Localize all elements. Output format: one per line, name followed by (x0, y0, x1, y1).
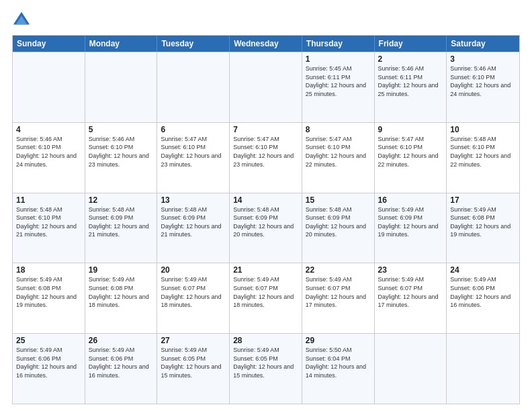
empty-cell (13, 52, 85, 122)
day-cell-15: 15Sunrise: 5:48 AMSunset: 6:09 PMDayligh… (302, 193, 375, 263)
day-cell-23: 23Sunrise: 5:49 AMSunset: 6:07 PMDayligh… (375, 263, 447, 333)
empty-cell (230, 52, 302, 122)
day-cell-10: 10Sunrise: 5:48 AMSunset: 6:10 PMDayligh… (447, 123, 519, 193)
day-cell-20: 20Sunrise: 5:49 AMSunset: 6:07 PMDayligh… (157, 263, 230, 333)
header (12, 11, 520, 30)
day-number: 5 (89, 125, 154, 134)
sun-info: Sunrise: 5:46 AMSunset: 6:10 PMDaylight:… (89, 135, 154, 169)
day-cell-8: 8Sunrise: 5:47 AMSunset: 6:10 PMDaylight… (302, 123, 375, 193)
day-number: 13 (161, 195, 226, 205)
day-number: 12 (89, 195, 154, 205)
day-number: 16 (378, 195, 443, 205)
empty-cell (157, 52, 230, 122)
day-number: 15 (306, 195, 371, 205)
calendar-body: 1Sunrise: 5:45 AMSunset: 6:11 PMDaylight… (13, 52, 519, 404)
sun-info: Sunrise: 5:49 AMSunset: 6:05 PMDaylight:… (233, 346, 298, 379)
sun-info: Sunrise: 5:49 AMSunset: 6:06 PMDaylight:… (89, 346, 154, 379)
logo (12, 11, 34, 30)
logo-icon (12, 11, 31, 30)
day-number: 25 (16, 336, 81, 345)
day-number: 20 (161, 265, 226, 275)
day-number: 26 (89, 336, 154, 345)
day-cell-17: 17Sunrise: 5:49 AMSunset: 6:08 PMDayligh… (447, 193, 519, 263)
day-number: 2 (378, 54, 443, 64)
day-cell-14: 14Sunrise: 5:48 AMSunset: 6:09 PMDayligh… (230, 193, 302, 263)
day-number: 10 (450, 125, 516, 134)
day-cell-27: 27Sunrise: 5:49 AMSunset: 6:05 PMDayligh… (157, 334, 230, 404)
sun-info: Sunrise: 5:49 AMSunset: 6:06 PMDaylight:… (450, 275, 516, 309)
sun-info: Sunrise: 5:46 AMSunset: 6:11 PMDaylight:… (378, 64, 443, 98)
sun-info: Sunrise: 5:48 AMSunset: 6:10 PMDaylight:… (450, 135, 516, 169)
sun-info: Sunrise: 5:49 AMSunset: 6:07 PMDaylight:… (233, 275, 298, 309)
day-cell-2: 2Sunrise: 5:46 AMSunset: 6:11 PMDaylight… (375, 52, 447, 122)
sun-info: Sunrise: 5:48 AMSunset: 6:09 PMDaylight:… (233, 205, 298, 239)
header-cell-saturday: Saturday (447, 36, 519, 52)
day-cell-13: 13Sunrise: 5:48 AMSunset: 6:09 PMDayligh… (157, 193, 230, 263)
day-number: 19 (89, 265, 154, 275)
day-number: 8 (306, 125, 371, 134)
week-row-1: 1Sunrise: 5:45 AMSunset: 6:11 PMDaylight… (13, 52, 519, 122)
day-cell-3: 3Sunrise: 5:46 AMSunset: 6:10 PMDaylight… (447, 52, 519, 122)
empty-cell (375, 334, 447, 404)
day-cell-19: 19Sunrise: 5:49 AMSunset: 6:08 PMDayligh… (85, 263, 158, 333)
sun-info: Sunrise: 5:49 AMSunset: 6:07 PMDaylight:… (378, 275, 443, 309)
day-cell-7: 7Sunrise: 5:47 AMSunset: 6:10 PMDaylight… (230, 123, 302, 193)
day-number: 14 (233, 195, 298, 205)
header-cell-friday: Friday (375, 36, 447, 52)
day-number: 24 (450, 265, 516, 275)
day-cell-21: 21Sunrise: 5:49 AMSunset: 6:07 PMDayligh… (230, 263, 302, 333)
sun-info: Sunrise: 5:48 AMSunset: 6:09 PMDaylight:… (89, 205, 154, 239)
sun-info: Sunrise: 5:46 AMSunset: 6:10 PMDaylight:… (450, 64, 516, 98)
day-cell-22: 22Sunrise: 5:49 AMSunset: 6:07 PMDayligh… (302, 263, 375, 333)
week-row-4: 18Sunrise: 5:49 AMSunset: 6:08 PMDayligh… (13, 263, 519, 333)
empty-cell (85, 52, 158, 122)
header-cell-wednesday: Wednesday (230, 36, 302, 52)
day-cell-5: 5Sunrise: 5:46 AMSunset: 6:10 PMDaylight… (85, 123, 158, 193)
page: SundayMondayTuesdayWednesdayThursdayFrid… (0, 0, 532, 411)
sun-info: Sunrise: 5:48 AMSunset: 6:10 PMDaylight:… (16, 205, 81, 239)
header-cell-monday: Monday (85, 36, 158, 52)
day-number: 7 (233, 125, 298, 134)
calendar: SundayMondayTuesdayWednesdayThursdayFrid… (12, 35, 520, 404)
day-cell-1: 1Sunrise: 5:45 AMSunset: 6:11 PMDaylight… (302, 52, 375, 122)
day-cell-4: 4Sunrise: 5:46 AMSunset: 6:10 PMDaylight… (13, 123, 85, 193)
sun-info: Sunrise: 5:49 AMSunset: 6:09 PMDaylight:… (378, 205, 443, 239)
day-number: 11 (16, 195, 81, 205)
day-cell-11: 11Sunrise: 5:48 AMSunset: 6:10 PMDayligh… (13, 193, 85, 263)
day-cell-25: 25Sunrise: 5:49 AMSunset: 6:06 PMDayligh… (13, 334, 85, 404)
sun-info: Sunrise: 5:47 AMSunset: 6:10 PMDaylight:… (306, 135, 371, 169)
sun-info: Sunrise: 5:49 AMSunset: 6:08 PMDaylight:… (450, 205, 516, 239)
sun-info: Sunrise: 5:47 AMSunset: 6:10 PMDaylight:… (233, 135, 298, 169)
sun-info: Sunrise: 5:48 AMSunset: 6:09 PMDaylight:… (161, 205, 226, 239)
day-number: 6 (161, 125, 226, 134)
sun-info: Sunrise: 5:49 AMSunset: 6:08 PMDaylight:… (16, 275, 81, 309)
sun-info: Sunrise: 5:46 AMSunset: 6:10 PMDaylight:… (16, 135, 81, 169)
day-number: 29 (306, 336, 371, 345)
day-cell-9: 9Sunrise: 5:47 AMSunset: 6:10 PMDaylight… (375, 123, 447, 193)
day-number: 27 (161, 336, 226, 345)
sun-info: Sunrise: 5:49 AMSunset: 6:06 PMDaylight:… (16, 346, 81, 379)
day-cell-18: 18Sunrise: 5:49 AMSunset: 6:08 PMDayligh… (13, 263, 85, 333)
sun-info: Sunrise: 5:50 AMSunset: 6:04 PMDaylight:… (306, 346, 371, 379)
day-number: 28 (233, 336, 298, 345)
header-cell-sunday: Sunday (13, 36, 85, 52)
sun-info: Sunrise: 5:48 AMSunset: 6:09 PMDaylight:… (306, 205, 371, 239)
header-cell-tuesday: Tuesday (157, 36, 230, 52)
day-cell-6: 6Sunrise: 5:47 AMSunset: 6:10 PMDaylight… (157, 123, 230, 193)
week-row-2: 4Sunrise: 5:46 AMSunset: 6:10 PMDaylight… (13, 122, 519, 193)
week-row-3: 11Sunrise: 5:48 AMSunset: 6:10 PMDayligh… (13, 193, 519, 263)
sun-info: Sunrise: 5:47 AMSunset: 6:10 PMDaylight:… (161, 135, 226, 169)
day-number: 23 (378, 265, 443, 275)
day-cell-12: 12Sunrise: 5:48 AMSunset: 6:09 PMDayligh… (85, 193, 158, 263)
sun-info: Sunrise: 5:49 AMSunset: 6:07 PMDaylight:… (306, 275, 371, 309)
sun-info: Sunrise: 5:49 AMSunset: 6:08 PMDaylight:… (89, 275, 154, 309)
week-row-5: 25Sunrise: 5:49 AMSunset: 6:06 PMDayligh… (13, 333, 519, 404)
day-cell-26: 26Sunrise: 5:49 AMSunset: 6:06 PMDayligh… (85, 334, 158, 404)
day-cell-28: 28Sunrise: 5:49 AMSunset: 6:05 PMDayligh… (230, 334, 302, 404)
day-number: 3 (450, 54, 516, 64)
day-number: 17 (450, 195, 516, 205)
day-number: 22 (306, 265, 371, 275)
sun-info: Sunrise: 5:45 AMSunset: 6:11 PMDaylight:… (306, 64, 371, 98)
sun-info: Sunrise: 5:49 AMSunset: 6:05 PMDaylight:… (161, 346, 226, 379)
sun-info: Sunrise: 5:47 AMSunset: 6:10 PMDaylight:… (378, 135, 443, 169)
